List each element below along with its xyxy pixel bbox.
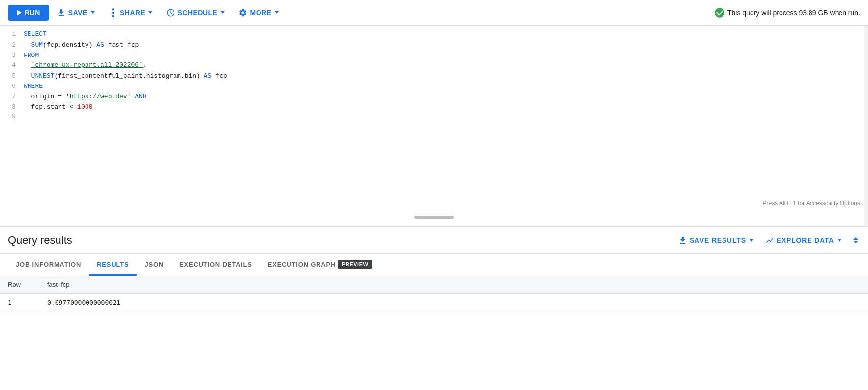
expand-icon — [853, 237, 858, 243]
results-title: Query results — [8, 234, 674, 247]
table-header-row: Row fast_fcp — [0, 276, 868, 294]
run-button[interactable]: RUN — [8, 5, 49, 21]
header-empty — [167, 276, 868, 294]
line-num-5: 5 — [0, 71, 24, 82]
more-chevron-icon — [275, 11, 279, 14]
line-num-1: 1 — [0, 29, 24, 40]
line-num-9: 9 — [0, 112, 24, 122]
code-line-2: 2 SUM(fcp.density) AS fast_fcp — [0, 40, 868, 51]
execution-graph-label: EXECUTION GRAPH — [268, 261, 336, 268]
line-num-8: 8 — [0, 102, 24, 112]
check-circle-icon — [715, 8, 724, 18]
tabs-bar: JOB INFORMATION RESULTS JSON EXECUTION D… — [0, 254, 868, 276]
code-line-5: 5 UNNEST(first_contentful_paint.histogra… — [0, 71, 868, 82]
save-button[interactable]: SAVE — [51, 4, 101, 21]
schedule-chevron-icon — [221, 11, 225, 14]
code-line-9: 9 — [0, 112, 868, 122]
code-line-6: 6 WHERE — [0, 82, 868, 92]
table-row: 1 0.69770000000000021 — [0, 294, 868, 311]
code-line-7: 7 origin = 'https://web.dev' AND — [0, 92, 868, 102]
line-content-8: fcp.start < 1000 — [24, 102, 868, 112]
line-content-7: origin = 'https://web.dev' AND — [24, 92, 868, 102]
share-icon — [109, 8, 117, 17]
save-results-button[interactable]: SAVE RESULTS — [674, 233, 757, 248]
header-fast-fcp: fast_fcp — [39, 276, 167, 294]
explore-data-button[interactable]: EXPLORE DATA — [761, 233, 845, 248]
schedule-icon — [166, 8, 175, 17]
arrow-down-icon — [853, 241, 858, 243]
save-results-chevron-icon — [750, 239, 753, 242]
download-icon — [678, 236, 687, 245]
code-line-3: 3 FROM — [0, 51, 868, 61]
explore-data-chevron-icon — [838, 239, 841, 242]
line-num-7: 7 — [0, 92, 24, 102]
results-area: Query results SAVE RESULTS EXPLORE DATA — [0, 227, 868, 311]
vertical-scrollbar[interactable] — [864, 26, 868, 226]
results-table: Row fast_fcp 1 0.69770000000000021 — [0, 276, 868, 311]
share-label: SHARE — [120, 9, 145, 17]
code-line-1: 1 SELECT — [0, 29, 868, 40]
line-content-3: FROM — [24, 51, 868, 61]
tab-execution-graph[interactable]: EXECUTION GRAPH PREVIEW — [260, 254, 380, 276]
cell-fast-fcp-1: 0.69770000000000021 — [39, 294, 167, 311]
toolbar: RUN SAVE SHARE SCHEDULE MORE This query … — [0, 0, 868, 26]
tab-execution-details[interactable]: EXECUTION DETAILS — [172, 255, 260, 276]
tab-json[interactable]: JSON — [137, 255, 172, 276]
save-icon — [57, 8, 66, 17]
play-icon — [17, 10, 22, 16]
explore-data-label: EXPLORE DATA — [777, 236, 834, 244]
line-num-2: 2 — [0, 40, 24, 51]
line-num-3: 3 — [0, 51, 24, 61]
line-content-5: UNNEST(first_contentful_paint.histogram.… — [24, 71, 868, 82]
schedule-label: SCHEDULE — [177, 9, 217, 17]
more-label: MORE — [250, 9, 271, 17]
preview-badge: PREVIEW — [338, 260, 372, 269]
arrow-up-icon — [853, 237, 858, 240]
cell-row-1: 1 — [0, 294, 39, 311]
accessibility-hint: Press Alt+F1 for Accessibility Options — [763, 200, 860, 207]
line-content-2: SUM(fcp.density) AS fast_fcp — [24, 40, 868, 51]
run-label: RUN — [25, 9, 40, 17]
code-line-8: 8 fcp.start < 1000 — [0, 102, 868, 112]
tab-results[interactable]: RESULTS — [89, 255, 137, 276]
more-button[interactable]: MORE — [232, 4, 285, 21]
horizontal-scrollbar[interactable] — [414, 216, 454, 219]
tab-job-information[interactable]: JOB INFORMATION — [8, 255, 89, 276]
save-chevron-icon — [91, 11, 95, 14]
save-results-label: SAVE RESULTS — [690, 236, 746, 244]
query-cost: This query will process 93.89 GB when ru… — [715, 8, 860, 18]
query-cost-text: This query will process 93.89 GB when ru… — [727, 9, 860, 17]
code-line-4: 4 `chrome-ux-report.all.202206`, — [0, 60, 868, 71]
cell-empty-1 — [167, 294, 868, 311]
schedule-button[interactable]: SCHEDULE — [160, 4, 231, 21]
editor-area[interactable]: 1 SELECT 2 SUM(fcp.density) AS fast_fcp … — [0, 26, 868, 227]
line-num-4: 4 — [0, 60, 24, 71]
chart-icon — [765, 236, 774, 245]
share-chevron-icon — [148, 11, 152, 14]
expand-button[interactable] — [849, 234, 860, 246]
line-content-4: `chrome-ux-report.all.202206`, — [24, 60, 868, 71]
line-num-6: 6 — [0, 82, 24, 92]
line-content-1: SELECT — [24, 29, 868, 40]
header-row: Row — [0, 276, 39, 294]
line-content-9 — [24, 112, 868, 122]
save-label: SAVE — [68, 9, 87, 17]
results-header: Query results SAVE RESULTS EXPLORE DATA — [0, 227, 868, 254]
results-actions: SAVE RESULTS EXPLORE DATA — [674, 233, 860, 248]
gear-icon — [238, 8, 247, 17]
line-content-6: WHERE — [24, 82, 868, 92]
code-editor[interactable]: 1 SELECT 2 SUM(fcp.density) AS fast_fcp … — [0, 26, 868, 126]
share-button[interactable]: SHARE — [103, 4, 159, 21]
